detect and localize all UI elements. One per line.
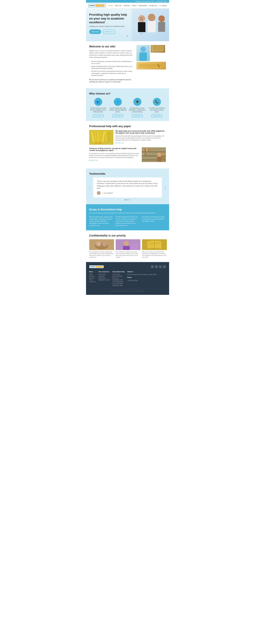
footer-phone-heading: Phone xyxy=(127,277,156,278)
testimonial-next-button[interactable]: › xyxy=(165,186,166,189)
footer-col-address: Address 26 Derzon Mall Ste 5150 Chicago … xyxy=(127,271,156,287)
footer-link-free-essays[interactable]: Free essays xyxy=(99,274,110,275)
welcome-images xyxy=(136,45,166,70)
read-more-button[interactable]: Read more xyxy=(103,30,115,34)
testimonial-slider: ‹ "Tried so many sites and always ended … xyxy=(89,178,166,198)
pro-row-1: We appreciate your trust and provide onl… xyxy=(89,130,166,145)
footer-address: 26 Derzon Mall Ste 5150 Chicago IL 60604… xyxy=(127,274,156,276)
social-icons: in f t y xyxy=(151,265,166,268)
essay-col-2: We offer writing help with essays and an… xyxy=(116,216,140,226)
dot-1[interactable] xyxy=(125,199,126,200)
footer-link-assignment-help[interactable]: Assignment Help xyxy=(112,285,124,286)
svg-rect-36 xyxy=(145,149,146,151)
pro-text-2: Using our writing services, you get an o… xyxy=(89,147,140,161)
why-heading: Why choose us? xyxy=(89,92,166,95)
testimonial-prev-button[interactable]: ‹ xyxy=(89,186,90,189)
scroll-down-arrow[interactable]: ▼ xyxy=(89,34,166,38)
footer: ESSAY WRITING in f t y Menu Home About U… xyxy=(86,262,169,295)
nav-about[interactable]: About Us xyxy=(115,5,122,6)
why-text-2: You'll be dealing with a real company of… xyxy=(109,107,127,113)
conf-card-1: We are dedicated to offering a high qual… xyxy=(89,239,114,258)
why-learn-btn-1[interactable]: Learn more xyxy=(93,114,104,117)
svg-point-5 xyxy=(158,16,165,22)
dot-2[interactable] xyxy=(127,199,128,200)
logo-essay: ESSAY xyxy=(90,4,95,6)
svg-point-48 xyxy=(102,242,107,246)
main-nav: Home About Us Services Prices Guarantees… xyxy=(109,5,167,6)
why-section: Why choose us? 👥 You'll get help from a … xyxy=(86,88,169,121)
footer-link-plagiarism[interactable]: Plagiarism checker xyxy=(99,279,110,281)
why-icon-2: 🌐 xyxy=(114,98,122,106)
pro-learn-link-2[interactable]: ▶ Learn more xyxy=(89,160,140,161)
footer-phone: +1(700) 547-9601 xyxy=(127,280,138,281)
pro-desc-2: Do not waste your money on poor quality … xyxy=(89,152,140,158)
pro-desc-1: We provide students with high-quality pa… xyxy=(116,135,166,141)
social-twitter[interactable]: t xyxy=(159,265,162,268)
pro-learn-link-1[interactable]: ▶ Learn more xyxy=(116,142,166,144)
footer-logo: ESSAY WRITING xyxy=(89,265,104,268)
social-linkedin[interactable]: in xyxy=(151,265,154,268)
dot-3[interactable] xyxy=(129,199,130,200)
why-learn-btn-3[interactable]: Learn more xyxy=(132,114,143,117)
welcome-image-writing xyxy=(136,62,166,70)
footer-link-coursework-help[interactable]: Coursework Help xyxy=(112,283,124,284)
footer-bottom: Essay Writing. All rights reserved. Term… xyxy=(89,289,166,292)
nav-prices[interactable]: Prices xyxy=(132,5,136,6)
svg-rect-9 xyxy=(139,52,147,61)
footer-link-contact[interactable]: Contact Us xyxy=(89,281,96,282)
hero-heading: Providing high quality help on your way … xyxy=(89,13,131,24)
order-now-button[interactable]: Order now xyxy=(89,30,101,34)
footer-link-buy-essay[interactable]: Buy essay xyxy=(112,277,124,279)
why-text-1: You'll get help from a writer with the q… xyxy=(89,107,107,113)
social-facebook[interactable]: f xyxy=(155,265,158,268)
welcome-image-row-1 xyxy=(136,45,166,61)
conf-image-student xyxy=(116,239,140,250)
conf-image-book xyxy=(142,239,167,250)
search-button[interactable]: 🔍 Search xyxy=(159,5,167,6)
nav-services[interactable]: Services xyxy=(124,5,130,6)
confidentiality-section: Confidentiality is our priority We are d… xyxy=(86,230,169,262)
svg-rect-37 xyxy=(146,148,148,151)
pro-help-section: Professional help with any paper We xyxy=(86,121,169,168)
why-learn-btn-4[interactable]: Learn more xyxy=(151,114,162,117)
testimonials-heading: Testimonials xyxy=(89,172,166,175)
nav-contact[interactable]: Contact Us xyxy=(149,5,157,6)
conf-image-handshake xyxy=(89,239,114,250)
footer-link-about[interactable]: About Us xyxy=(89,276,96,277)
testimonial-author: — Laura BaileyC xyxy=(97,191,158,195)
avatar xyxy=(97,191,101,195)
svg-point-3 xyxy=(148,14,155,21)
footer-link-essay-types[interactable]: Essay types xyxy=(99,277,110,279)
footer-link-prices[interactable]: Prices xyxy=(89,279,96,281)
why-learn-btn-2[interactable]: Learn more xyxy=(112,114,123,117)
pro-title-2: Using our writing services, you get an o… xyxy=(89,147,140,151)
footer-link-d-free-essays[interactable]: Free essays xyxy=(112,274,124,275)
footer-address-heading: Address xyxy=(127,271,156,272)
why-card-1: 👥 You'll get help from a writer with the… xyxy=(89,98,107,117)
footer-link-free-dissertations[interactable]: Free dissertations xyxy=(112,281,124,282)
footer-link-home[interactable]: Home xyxy=(89,274,96,275)
footer-link-services[interactable]: Services xyxy=(89,277,96,279)
footer-col-resources: Free-resources Free essays Essay tips Es… xyxy=(99,271,110,287)
nav-home[interactable]: Home xyxy=(109,5,113,6)
essay-help-heading: Essay & dissertation help xyxy=(89,208,166,211)
footer-col-menu: Menu Home About Us Services Prices Conta… xyxy=(89,271,96,287)
welcome-image-row-2 xyxy=(136,62,166,70)
nav-guarantees[interactable]: Guarantees xyxy=(139,5,147,6)
svg-rect-2 xyxy=(138,22,145,32)
why-icon-1: 👥 xyxy=(94,98,102,106)
testimonial-quote: "Tried so many sites and always ended up… xyxy=(97,180,158,190)
footer-link-essay-tips[interactable]: Essay tips xyxy=(99,276,110,277)
svg-rect-40 xyxy=(145,153,146,156)
welcome-heading: Welcome to our site! xyxy=(89,45,134,48)
footer-col-dissertation: Dissertation Help Free essays Essay exam… xyxy=(112,271,124,287)
footer-link-essay-examples[interactable]: Essay examples xyxy=(112,276,124,277)
pro-help-heading: Professional help with any paper xyxy=(89,125,166,128)
footer-link-dissertation-help[interactable]: Dissertation Help xyxy=(112,279,124,281)
social-youtube[interactable]: y xyxy=(163,265,166,268)
essay-col-1: We write critical essays, English essays… xyxy=(89,216,113,226)
essay-help-subtitle: Every day thousands of students approach… xyxy=(89,212,166,214)
footer-menu-heading: Menu xyxy=(89,271,96,272)
checklist-item-2: What we definitely know is that every st… xyxy=(89,65,134,70)
essay-help-cols: We write critical essays, English essays… xyxy=(89,216,166,226)
